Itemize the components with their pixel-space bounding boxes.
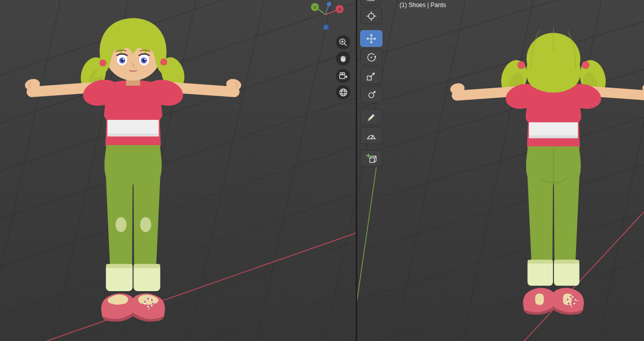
z-axis-ball[interactable] [327,2,332,7]
rotate-icon [366,52,377,63]
shoe-left [101,293,135,321]
neg-z-axis-ball[interactable] [324,25,329,30]
move-icon [366,33,377,44]
tool-select-box[interactable] [360,0,382,6]
annotate-pen-icon [366,112,377,123]
y-axis-line [357,167,376,341]
navigation-gizmo[interactable]: X Y [303,1,351,31]
hair-tie-right [160,58,168,65]
tool-scale[interactable] [360,67,382,84]
tool-shelf [360,0,382,167]
scale-icon [366,71,377,82]
cuffs [106,264,160,291]
shirt-band-shadow [108,133,159,137]
3d-cursor [562,292,581,310]
magnifier-icon [338,37,348,47]
cuffs [527,260,579,286]
hair-back [526,28,581,93]
tool-measure[interactable] [360,127,382,144]
hair-tie-left [100,59,107,66]
hair-tie-left [517,61,525,69]
camera-view-button[interactable] [336,69,350,83]
cursor-3d-icon [366,11,377,22]
knee-patch-left [116,217,127,232]
shoe-left [523,288,555,315]
ortho-toggle-button[interactable] [336,85,350,99]
viewport-back[interactable]: (1) Shoes | Pants [357,0,644,341]
tool-annotate[interactable] [360,109,382,125]
grid-sphere-icon [339,88,348,97]
y-axis-label: Y [313,5,316,10]
tool-move[interactable] [360,30,382,47]
character-model-front[interactable] [21,13,245,331]
zoom-button[interactable] [336,35,350,49]
hand-icon [339,54,348,63]
active-object-breadcrumb: (1) Shoes | Pants [399,2,446,9]
pan-button[interactable] [336,51,350,65]
knee-patch-right [140,217,151,232]
x-axis-label: X [338,7,341,12]
pants [105,145,162,265]
character-model-back[interactable] [448,13,644,333]
hair-tie-right [582,61,589,69]
viewport-front[interactable]: X Y [0,0,356,341]
transform-icon [366,89,377,100]
tool-transform[interactable] [360,86,382,103]
tool-cursor[interactable] [360,8,382,24]
viewport-divider[interactable] [356,0,357,341]
add-cube-icon [366,153,377,164]
3d-cursor [140,294,158,312]
shirt-band-shadow [529,135,578,139]
tool-rotate[interactable] [360,49,382,65]
measure-icon [366,130,377,142]
camera-icon [338,71,348,81]
blender-window: X Y [0,0,644,341]
tool-add-cube[interactable] [360,150,382,167]
select-box-icon [366,0,377,3]
